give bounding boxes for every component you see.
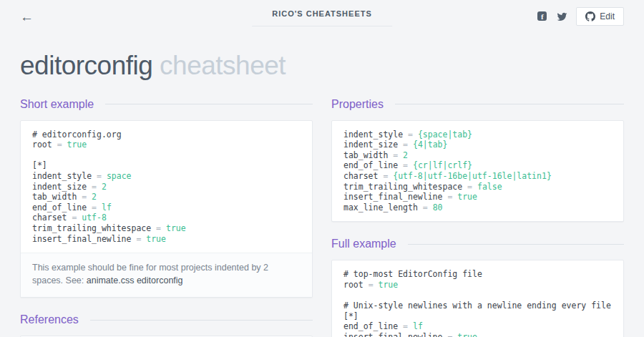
section-heading-label: Short example [20,98,94,111]
twitter-icon[interactable] [557,11,567,22]
section-heading-references: References [20,313,313,326]
right-column: Properties indent_style = {space|tab} in… [331,98,624,337]
back-button[interactable]: ← [20,10,34,24]
section-heading-label: Properties [331,98,384,111]
properties-code[interactable]: indent_style = {space|tab} indent_size =… [332,121,623,222]
note-link[interactable]: animate.css editorconfig [87,275,183,285]
page-title-main: editorconfig [20,51,152,80]
short-example-code[interactable]: # editorconfig.org root = true [*] inden… [21,121,312,253]
full-example-card: # top-most EditorConfig file root = true… [331,260,624,337]
edit-button-label: Edit [600,11,615,21]
edit-button[interactable]: Edit [576,7,624,26]
heading-divider [395,104,624,104]
section-heading-label: References [20,313,79,326]
header-actions: f Edit [537,7,624,26]
short-example-card: # editorconfig.org root = true [*] inden… [20,120,313,298]
section-heading-properties: Properties [331,98,624,111]
short-example-note: This example should be fine for most pro… [21,253,312,297]
site-brand[interactable]: RICO'S CHEATSHEETS [252,9,392,26]
full-example-code[interactable]: # top-most EditorConfig file root = true… [332,260,623,337]
heading-divider [90,320,313,321]
github-icon [585,11,595,21]
facebook-glyph: f [537,11,547,21]
heading-divider [408,244,624,245]
content-columns: Short example # editorconfig.org root = … [0,98,644,337]
properties-card: indent_style = {space|tab} indent_size =… [331,120,624,223]
section-heading-full-example: Full example [331,238,624,250]
page-title-suffix: cheatsheet [160,51,286,80]
page-title: editorconfig cheatsheet [0,33,644,81]
top-header: ← RICO'S CHEATSHEETS f Edit [0,0,644,33]
section-heading-label: Full example [331,238,396,250]
heading-divider [105,104,313,104]
section-heading-short-example: Short example [20,98,313,111]
facebook-icon[interactable]: f [537,11,548,22]
left-column: Short example # editorconfig.org root = … [20,98,313,337]
